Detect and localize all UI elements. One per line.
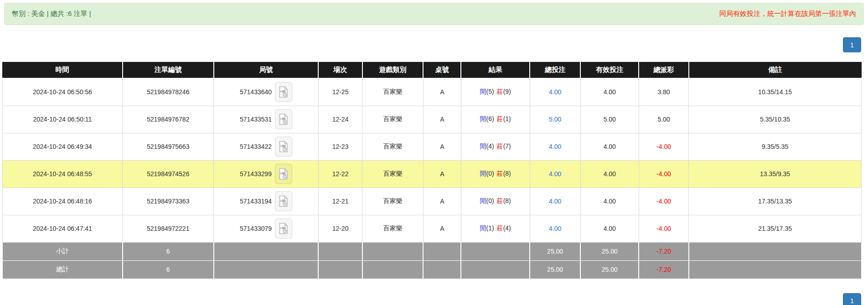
time-cell: 2024-10-24 06:48:16 <box>2 188 123 215</box>
valid-bet-cell: 5.00 <box>580 106 639 133</box>
pagination-bottom: 1 <box>0 293 868 305</box>
remark-cell: 9.35/5.35 <box>689 133 862 160</box>
session-cell: 12-20 <box>318 215 362 242</box>
table-no-cell: A <box>423 215 461 242</box>
total-total-bet: 25.00 <box>530 260 580 279</box>
banker-result-label: 莊 <box>497 197 503 204</box>
game-type-cell: 百家樂 <box>362 188 424 215</box>
total-label: 總計 <box>2 260 123 279</box>
col-header-remark: 備註 <box>689 62 862 78</box>
video-replay-button[interactable] <box>275 219 292 239</box>
session-cell: 12-23 <box>318 133 362 160</box>
col-header-valid-bet: 有效投注 <box>580 62 639 78</box>
player-result-label: 閒 <box>480 197 486 204</box>
table-no-cell: A <box>423 78 461 106</box>
valid-bet-cell: 4.00 <box>580 133 639 160</box>
round-cell: 571433194 <box>214 188 319 215</box>
table-row: 2024-10-24 06:48:55 521984974526 5714332… <box>2 160 862 188</box>
table-row: 2024-10-24 06:48:16 521984973363 5714331… <box>2 188 862 215</box>
payout-cell: -4.00 <box>639 215 688 242</box>
col-header-total-bet: 總投注 <box>530 62 580 78</box>
summary-alert: 幣別 : 美金 | 總共 :6 注單 | 同局有效投注，統一計算在該局第一張注單… <box>4 3 864 25</box>
total-bet-cell: 5.00 <box>530 106 580 133</box>
valid-bet-cell: 4.00 <box>580 160 639 188</box>
banker-result-label: 莊 <box>497 142 503 150</box>
total-bet-link[interactable]: 4.00 <box>549 170 561 178</box>
valid-bet-cell: 4.00 <box>580 215 639 242</box>
table-row: 2024-10-24 06:49:34 521984975663 5714334… <box>2 133 862 160</box>
game-type-cell: 百家樂 <box>362 106 424 133</box>
bet-id-cell: 521984978246 <box>123 78 214 106</box>
col-header-session: 場次 <box>318 62 362 78</box>
subtotal-payout: -7.20 <box>639 242 688 260</box>
player-result-label: 閒 <box>480 224 486 232</box>
session-cell: 12-21 <box>318 188 362 215</box>
col-header-time: 時間 <box>2 62 123 78</box>
remark-cell: 17.35/13.35 <box>689 188 862 215</box>
session-cell: 12-25 <box>318 78 362 106</box>
result-cell: 閒(0)莊(8) <box>461 188 530 215</box>
total-bet-link[interactable]: 5.00 <box>549 116 561 123</box>
player-result-label: 閒 <box>480 88 486 95</box>
result-cell: 閒(6)莊(1) <box>461 106 530 133</box>
remark-cell: 21.35/17.35 <box>689 215 862 242</box>
payout-cell: 3.80 <box>639 78 688 106</box>
time-cell: 2024-10-24 06:49:34 <box>2 133 123 160</box>
time-cell: 2024-10-24 06:50:11 <box>2 106 123 133</box>
banker-result-label: 莊 <box>497 170 503 177</box>
session-cell: 12-24 <box>318 106 362 133</box>
banker-result-label: 莊 <box>497 88 503 95</box>
remark-cell: 13.35/9.35 <box>689 160 862 188</box>
remark-cell: 5.35/10.35 <box>689 106 862 133</box>
video-replay-button[interactable] <box>275 164 292 184</box>
player-result-label: 閒 <box>480 115 486 122</box>
time-cell: 2024-10-24 06:50:56 <box>2 78 123 106</box>
total-bet-cell: 4.00 <box>530 78 580 106</box>
bet-id-cell: 521984974526 <box>123 160 214 188</box>
subtotal-label: 小計 <box>2 242 123 260</box>
total-payout: -7.20 <box>639 260 688 279</box>
time-cell: 2024-10-24 06:48:55 <box>2 160 123 188</box>
total-bet-link[interactable]: 4.00 <box>549 143 561 150</box>
bet-id-cell: 521984976782 <box>123 106 214 133</box>
total-bet-cell: 4.00 <box>530 133 580 160</box>
total-bet-link[interactable]: 4.00 <box>549 198 561 205</box>
total-bet-cell: 4.00 <box>530 188 580 215</box>
game-type-cell: 百家樂 <box>362 133 424 160</box>
payout-cell: -4.00 <box>639 160 688 188</box>
game-type-cell: 百家樂 <box>362 215 424 242</box>
payout-cell: -4.00 <box>639 133 688 160</box>
table-no-cell: A <box>423 106 461 133</box>
page-button-1[interactable]: 1 <box>843 37 861 52</box>
table-row: 2024-10-24 06:47:41 521984972221 5714330… <box>2 215 862 242</box>
subtotal-total-bet: 25.00 <box>530 242 580 260</box>
video-replay-button[interactable] <box>275 191 292 211</box>
video-replay-icon <box>279 168 289 180</box>
table-no-cell: A <box>423 160 461 188</box>
valid-bet-cell: 4.00 <box>580 78 639 106</box>
video-replay-button[interactable] <box>275 109 292 129</box>
subtotal-row: 小計 6 25.00 25.00 -7.20 <box>2 242 862 260</box>
total-bet-link[interactable]: 4.00 <box>549 88 561 96</box>
round-cell: 571433299 <box>214 160 319 188</box>
col-header-game-type: 遊戲類別 <box>362 62 424 78</box>
video-replay-button[interactable] <box>275 82 292 102</box>
bet-id-cell: 521984973363 <box>123 188 214 215</box>
page-button-1[interactable]: 1 <box>843 293 861 305</box>
video-replay-button[interactable] <box>275 137 292 157</box>
round-cell: 571433079 <box>214 215 319 242</box>
round-id: 571433299 <box>240 170 272 178</box>
round-id: 571433640 <box>240 88 272 96</box>
total-bet-link[interactable]: 4.00 <box>549 225 561 232</box>
table-row: 2024-10-24 06:50:11 521984976782 5714335… <box>2 106 862 133</box>
banker-result-label: 莊 <box>497 115 503 122</box>
header-row: 時間 注單編號 局號 場次 遊戲類別 桌號 結果 總投注 有效投注 總派彩 備註 <box>2 62 862 78</box>
round-cell: 571433422 <box>214 133 319 160</box>
video-replay-icon <box>279 86 289 98</box>
video-replay-icon <box>279 141 289 152</box>
round-id: 571433531 <box>240 116 272 123</box>
col-header-payout: 總派彩 <box>639 62 688 78</box>
payout-cell: 5.00 <box>639 106 688 133</box>
subtotal-count: 6 <box>123 242 214 260</box>
result-cell: 閒(4)莊(7) <box>461 133 530 160</box>
